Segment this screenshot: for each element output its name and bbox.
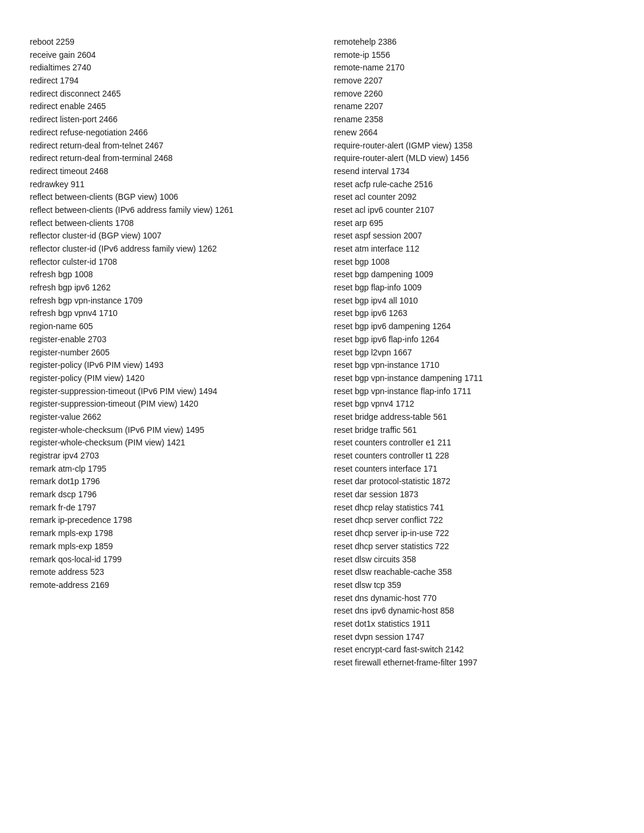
list-item: reset bgp l2vpn 1667 <box>334 346 614 360</box>
list-item: reset dlsw tcp 359 <box>334 579 614 592</box>
list-item: register-whole-checksum (IPv6 PIM view) … <box>30 424 310 437</box>
list-item: reset firewall ethernet-frame-filter 199… <box>334 657 614 670</box>
list-item: register-suppression-timeout (PIM view) … <box>30 398 310 411</box>
right-column: remotehelp 2386remote-ip 1556remote-name… <box>328 36 614 670</box>
list-item: remark atm-clp 1795 <box>30 463 310 476</box>
list-item: redirect refuse-negotiation 2466 <box>30 126 310 140</box>
page-container: reboot 2259receive gain 2604redialtimes … <box>0 0 644 705</box>
list-item: redirect listen-port 2466 <box>30 113 310 126</box>
list-item: reset counters interface 171 <box>334 463 614 476</box>
list-item: register-number 2605 <box>30 346 310 360</box>
list-item: reflect between-clients 1708 <box>30 217 310 230</box>
list-item: register-enable 2703 <box>30 333 310 346</box>
list-item: remark dscp 1796 <box>30 488 310 501</box>
list-item: remove 2260 <box>334 88 614 101</box>
list-item: reset dot1x statistics 1911 <box>334 618 614 631</box>
list-item: remote-address 2169 <box>30 579 310 592</box>
list-item: redrawkey 911 <box>30 178 310 191</box>
list-item: remote-name 2170 <box>334 61 614 75</box>
list-item: receive gain 2604 <box>30 49 310 62</box>
list-item: reflector culster-id 1708 <box>30 256 310 269</box>
list-item: registrar ipv4 2703 <box>30 450 310 463</box>
list-item: remark ip-precedence 1798 <box>30 514 310 527</box>
list-item: remark mpls-exp 1798 <box>30 527 310 540</box>
list-item: redirect disconnect 2465 <box>30 88 310 101</box>
list-item: redirect 1794 <box>30 75 310 88</box>
list-item: reset dhcp server ip-in-use 722 <box>334 527 614 540</box>
list-item: redirect return-deal from-terminal 2468 <box>30 152 310 165</box>
list-item: reset acfp rule-cache 2516 <box>334 178 614 191</box>
list-item: reset counters controller e1 211 <box>334 436 614 450</box>
list-item: reflector cluster-id (IPv6 address famil… <box>30 243 310 256</box>
list-item: reset bgp ipv6 dampening 1264 <box>334 320 614 333</box>
list-item: reset bridge traffic 561 <box>334 424 614 437</box>
list-item: region-name 605 <box>30 320 310 333</box>
list-item: rename 2358 <box>334 113 614 126</box>
list-item: remark mpls-exp 1859 <box>30 540 310 553</box>
list-item: reset dar protocol-statistic 1872 <box>334 475 614 488</box>
list-item: require-router-alert (MLD view) 1456 <box>334 152 614 165</box>
list-item: remote address 523 <box>30 566 310 579</box>
list-item: reset dlsw reachable-cache 358 <box>334 566 614 579</box>
list-item: refresh bgp vpn-instance 1709 <box>30 295 310 308</box>
list-item: register-value 2662 <box>30 411 310 424</box>
list-item: reflect between-clients (BGP view) 1006 <box>30 191 310 204</box>
list-item: redirect enable 2465 <box>30 100 310 113</box>
left-column: reboot 2259receive gain 2604redialtimes … <box>30 36 328 670</box>
list-item: reset dlsw circuits 358 <box>334 553 614 566</box>
list-item: reboot 2259 <box>30 36 310 49</box>
list-item: reset bgp dampening 1009 <box>334 268 614 281</box>
list-item: remark fr-de 1797 <box>30 501 310 515</box>
list-item: rename 2207 <box>334 100 614 113</box>
list-item: reset acl ipv6 counter 2107 <box>334 204 614 217</box>
list-item: register-policy (PIM view) 1420 <box>30 372 310 385</box>
list-item: reset bgp vpnv4 1712 <box>334 398 614 411</box>
list-item: reset bgp vpn-instance flap-info 1711 <box>334 385 614 398</box>
list-item: reset bgp ipv6 flap-info 1264 <box>334 333 614 346</box>
list-item: reset bgp vpn-instance dampening 1711 <box>334 372 614 385</box>
list-item: resend interval 1734 <box>334 165 614 178</box>
list-item: refresh bgp ipv6 1262 <box>30 281 310 295</box>
list-item: reset counters controller t1 228 <box>334 450 614 463</box>
list-item: register-whole-checksum (PIM view) 1421 <box>30 436 310 450</box>
list-item: remark qos-local-id 1799 <box>30 553 310 566</box>
list-item: reset dhcp relay statistics 741 <box>334 501 614 515</box>
list-item: reset bgp ipv4 all 1010 <box>334 295 614 308</box>
list-item: reset bgp vpn-instance 1710 <box>334 359 614 372</box>
list-item: reflect between-clients (IPv6 address fa… <box>30 204 310 217</box>
list-item: reset bgp 1008 <box>334 256 614 269</box>
list-item: reset dhcp server statistics 722 <box>334 540 614 553</box>
list-item: require-router-alert (IGMP view) 1358 <box>334 140 614 153</box>
list-item: reset dns dynamic-host 770 <box>334 592 614 605</box>
list-item: register-suppression-timeout (IPv6 PIM v… <box>30 385 310 398</box>
list-item: register-policy (IPv6 PIM view) 1493 <box>30 359 310 372</box>
list-item: redirect return-deal from-telnet 2467 <box>30 140 310 153</box>
list-item: reset acl counter 2092 <box>334 191 614 204</box>
list-item: refresh bgp vpnv4 1710 <box>30 307 310 320</box>
list-item: reset atm interface 112 <box>334 243 614 256</box>
list-item: reset arp 695 <box>334 217 614 230</box>
list-item: redialtimes 2740 <box>30 61 310 75</box>
list-item: remark dot1p 1796 <box>30 475 310 488</box>
list-item: reset bgp flap-info 1009 <box>334 281 614 295</box>
list-item: remotehelp 2386 <box>334 36 614 49</box>
list-item: reset aspf session 2007 <box>334 230 614 243</box>
list-item: redirect timeout 2468 <box>30 165 310 178</box>
list-item: reset encrypt-card fast-switch 2142 <box>334 643 614 657</box>
list-item: reset dhcp server conflict 722 <box>334 514 614 527</box>
list-item: reset bridge address-table 561 <box>334 411 614 424</box>
list-item: refresh bgp 1008 <box>30 268 310 281</box>
list-item: remote-ip 1556 <box>334 49 614 62</box>
list-item: renew 2664 <box>334 126 614 140</box>
list-item: reset dns ipv6 dynamic-host 858 <box>334 605 614 618</box>
list-item: reset bgp ipv6 1263 <box>334 307 614 320</box>
list-item: reflector cluster-id (BGP view) 1007 <box>30 230 310 243</box>
list-item: reset dar session 1873 <box>334 488 614 501</box>
list-item: reset dvpn session 1747 <box>334 631 614 644</box>
list-item: remove 2207 <box>334 75 614 88</box>
